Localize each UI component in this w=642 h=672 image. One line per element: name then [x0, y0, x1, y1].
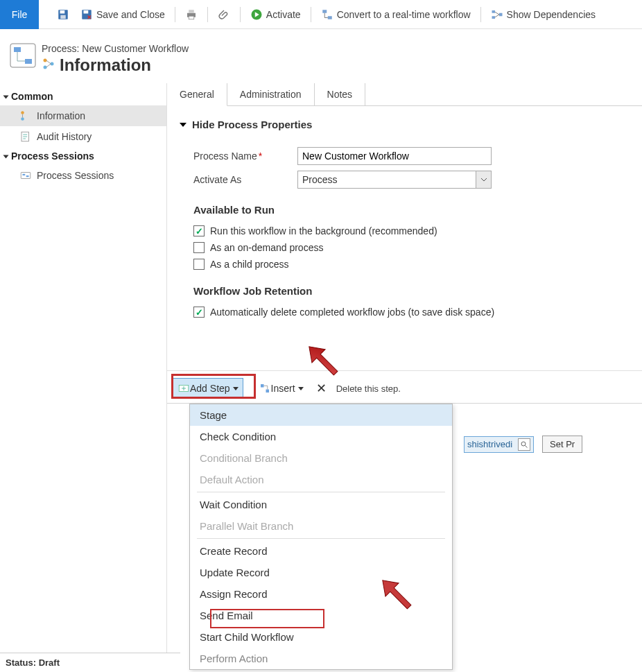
svg-rect-4	[84, 10, 89, 14]
status-bar: Status: Draft	[0, 653, 180, 672]
status-text: Status: Draft	[6, 657, 60, 668]
process-name-input[interactable]	[297, 147, 492, 165]
file-menu-button[interactable]: File	[0, 0, 39, 29]
toolbar-separator	[480, 7, 481, 22]
checkbox-ondemand-label: As an on-demand process	[210, 242, 323, 253]
add-step-icon	[177, 382, 190, 395]
svg-rect-9	[322, 10, 327, 13]
floppy-save-icon	[57, 8, 69, 21]
page-title: Information	[60, 55, 151, 75]
checkbox-child-process-label: As a child process	[210, 259, 289, 270]
checkbox-background-label: Run this workflow in the background (rec…	[210, 225, 437, 236]
save-and-close-button[interactable]: Save and Close	[80, 3, 165, 26]
main-content: General Administration Notes Hide Proces…	[166, 83, 642, 672]
show-dependencies-label: Show Dependencies	[507, 9, 596, 20]
info-tree-icon	[42, 55, 55, 75]
print-button[interactable]	[185, 3, 198, 26]
user-lookup-field[interactable]: shishtrivedi	[464, 436, 534, 453]
workflow-retention-head: Workflow Job Retention	[193, 275, 628, 301]
save-button[interactable]	[57, 3, 69, 26]
menu-separator	[197, 492, 445, 492]
sidebar-item-information[interactable]: Information	[0, 105, 166, 126]
svg-rect-13	[499, 12, 503, 16]
save-and-close-label: Save and Close	[96, 9, 165, 20]
sessions-icon	[19, 169, 32, 182]
svg-point-20	[21, 111, 24, 114]
show-dependencies-button[interactable]: Show Dependencies	[491, 3, 596, 26]
process-name-label: Process Name*	[193, 150, 297, 162]
menu-item-assign-record[interactable]: Assign Record	[190, 583, 452, 605]
tab-notes[interactable]: Notes	[315, 83, 366, 105]
svg-point-21	[21, 117, 24, 121]
add-step-button[interactable]: Add Step	[173, 378, 243, 399]
set-properties-button[interactable]: Set Pr	[542, 436, 582, 453]
toolbar-separator	[207, 7, 208, 22]
sidebar-item-audit-history[interactable]: Audit History	[0, 126, 166, 147]
menu-item-conditional-branch: Conditional Branch	[190, 447, 452, 469]
attach-button[interactable]	[218, 3, 230, 26]
convert-workflow-label: Convert to a real-time workflow	[337, 9, 471, 20]
sidebar-item-process-sessions[interactable]: Process Sessions	[0, 165, 166, 186]
svg-rect-2	[60, 15, 66, 18]
chevron-down-icon	[476, 171, 491, 188]
svg-rect-12	[492, 16, 495, 19]
toolbar-separator	[175, 7, 175, 22]
file-menu-label: File	[12, 9, 28, 20]
activate-as-select[interactable]: Process	[297, 171, 492, 189]
insert-label: Insert	[271, 383, 295, 394]
svg-rect-1	[60, 10, 65, 14]
sidebar-item-label: Information	[37, 110, 85, 121]
page-header: Process: New Customer Workflow Informati…	[0, 29, 642, 83]
menu-item-parallel-wait-branch: Parallel Wait Branch	[190, 515, 452, 537]
menu-item-stage[interactable]: Stage	[190, 404, 452, 426]
sidebar: Common Information Audit History Process…	[0, 83, 166, 190]
toolbar: File Save and Close Activate	[0, 0, 642, 29]
workflow-convert-icon	[321, 8, 333, 21]
menu-item-check-condition[interactable]: Check Condition	[190, 426, 452, 447]
checkbox-background[interactable]	[193, 225, 205, 236]
sidebar-item-label: Audit History	[37, 131, 92, 142]
insert-button[interactable]: Insert	[253, 379, 309, 397]
checkbox-auto-delete[interactable]	[193, 307, 205, 318]
menu-item-send-email[interactable]: Send Email	[190, 605, 452, 626]
menu-item-perform-action[interactable]: Perform Action	[190, 648, 452, 669]
svg-rect-10	[327, 16, 331, 19]
available-to-run-head: Available to Run	[193, 194, 628, 220]
menu-item-start-child-workflow[interactable]: Start Child Workflow	[190, 626, 452, 648]
dependencies-icon	[491, 8, 503, 21]
svg-rect-7	[189, 16, 194, 19]
svg-rect-27	[261, 384, 264, 388]
caret-down-icon	[298, 387, 304, 390]
svg-rect-15	[14, 47, 21, 52]
svg-rect-11	[492, 10, 495, 13]
step-toolbar: Add Step Insert ✕ Delete this step.	[167, 370, 642, 403]
process-properties-form: Process Name* Activate As Process Availa…	[167, 135, 642, 329]
sidebar-item-label: Process Sessions	[37, 170, 114, 181]
svg-rect-23	[21, 173, 31, 179]
sidebar-group-common[interactable]: Common	[0, 87, 166, 105]
process-entity-icon	[10, 43, 36, 68]
menu-item-update-record[interactable]: Update Record	[190, 562, 452, 583]
tab-administration[interactable]: Administration	[227, 83, 315, 105]
checkbox-child-process[interactable]	[193, 259, 205, 270]
menu-item-create-record[interactable]: Create Record	[190, 540, 452, 562]
menu-item-default-action: Default Action	[190, 469, 452, 490]
lookup-icon	[518, 438, 530, 451]
tab-general[interactable]: General	[167, 83, 227, 106]
menu-item-wait-condition[interactable]: Wait Condition	[190, 494, 452, 515]
svg-rect-6	[189, 10, 194, 13]
section-head-label: Hide Process Properties	[192, 119, 312, 130]
convert-workflow-button[interactable]: Convert to a real-time workflow	[321, 3, 471, 26]
checkbox-ondemand[interactable]	[193, 242, 205, 253]
section-toggle-process-properties[interactable]: Hide Process Properties	[167, 106, 642, 135]
sidebar-group-process-sessions[interactable]: Process Sessions	[0, 147, 166, 165]
floppy-close-icon	[80, 8, 93, 21]
toolbar-separator	[311, 7, 311, 22]
delete-step-icon[interactable]: ✕	[316, 381, 327, 396]
activate-play-icon	[250, 8, 263, 21]
svg-point-29	[521, 442, 526, 446]
activate-button[interactable]: Activate	[250, 3, 301, 26]
svg-rect-25	[26, 175, 29, 177]
paperclip-icon	[218, 8, 230, 21]
svg-rect-28	[266, 390, 269, 393]
